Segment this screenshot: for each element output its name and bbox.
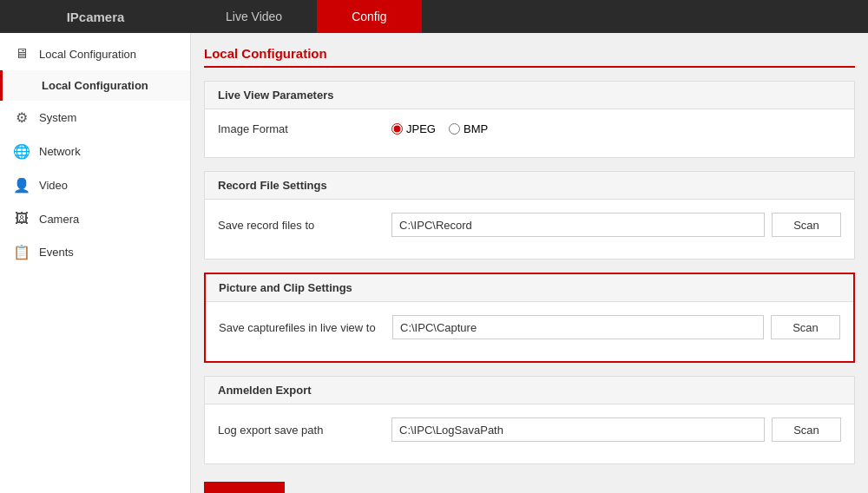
radio-jpeg-label: JPEG [406,122,436,135]
input-log-path[interactable] [391,417,765,442]
sidebar-item-local-config[interactable]: 🖥 Local Configuration [0,37,190,70]
scan-button-record[interactable]: Scan [772,213,841,237]
scan-button-capture[interactable]: Scan [771,315,840,339]
sidebar-label-events: Events [39,246,74,259]
sidebar-label-system: System [39,111,76,124]
label-log-path: Log export save path [218,424,391,437]
sidebar-label-local-config: Local Configuration [39,48,136,61]
form-row-log-path: Log export save path Scan [218,417,841,442]
events-icon: 📋 [13,244,30,260]
camera-icon: 🖼 [13,211,30,227]
sidebar-sublabel-local-config: Local Configuration [42,79,148,92]
input-capture-path[interactable] [392,315,764,339]
sidebar-label-video: Video [39,179,68,192]
content-title: Local Configuration [204,46,855,68]
network-icon: 🌐 [13,143,30,160]
sidebar-item-system[interactable]: ⚙ System [0,101,190,135]
video-icon: 👤 [13,177,30,194]
save-button[interactable]: Save [204,482,285,493]
section-header-anmelden: Anmelden Export [205,377,854,404]
section-header-live-view: Live View Parameters [205,82,854,109]
tab-config[interactable]: Config [317,0,421,33]
form-row-record-path: Save record files to Scan [218,213,841,237]
sidebar-item-network[interactable]: 🌐 Network [0,135,190,168]
form-row-capture-path: Save capturefiles in live view to Scan [219,315,840,339]
sidebar: 🖥 Local Configuration Local Configuratio… [0,33,191,493]
radio-bmp[interactable]: BMP [449,122,488,135]
sidebar-item-video[interactable]: 👤 Video [0,168,190,202]
sidebar-label-camera: Camera [39,213,79,226]
section-live-view-params: Live View Parameters Image Format JPEG B… [204,81,855,158]
section-record-file-settings: Record File Settings Save record files t… [204,171,855,260]
form-row-image-format: Image Format JPEG BMP [218,122,841,135]
scan-button-log[interactable]: Scan [772,417,841,442]
tab-live-video[interactable]: Live Video [191,0,317,33]
section-header-picture: Picture and Clip Settings [206,274,853,302]
main-layout: 🖥 Local Configuration Local Configuratio… [0,33,868,493]
section-body-record: Save record files to Scan [205,200,854,259]
section-body-picture: Save capturefiles in live view to Scan [206,302,853,361]
app-title: IPcamera [0,10,191,24]
sidebar-item-events[interactable]: 📋 Events [0,235,190,269]
top-header: IPcamera Live Video Config [0,0,868,33]
radio-bmp-input[interactable] [449,123,460,135]
section-body-anmelden: Log export save path Scan [205,404,854,463]
section-anmelden-export: Anmelden Export Log export save path Sca… [204,376,855,464]
gear-icon: ⚙ [13,109,30,126]
label-image-format: Image Format [218,122,391,135]
section-body-live-view: Image Format JPEG BMP [205,109,854,157]
sidebar-label-network: Network [39,145,81,158]
input-record-path[interactable] [391,213,765,237]
monitor-icon: 🖥 [13,46,30,62]
section-picture-clip: Picture and Clip Settings Save capturefi… [204,273,855,363]
radio-jpeg[interactable]: JPEG [391,122,436,135]
radio-group-image-format: JPEG BMP [391,122,488,135]
radio-jpeg-input[interactable] [391,123,403,135]
sidebar-subitem-local-config[interactable]: Local Configuration [0,70,190,101]
label-save-capture: Save capturefiles in live view to [219,321,392,334]
sidebar-item-camera[interactable]: 🖼 Camera [0,202,190,235]
nav-tabs: Live Video Config [191,0,868,33]
label-save-record: Save record files to [218,219,391,232]
radio-bmp-label: BMP [464,122,488,135]
section-header-record: Record File Settings [205,172,854,200]
content-area: Local Configuration Live View Parameters… [191,33,868,493]
